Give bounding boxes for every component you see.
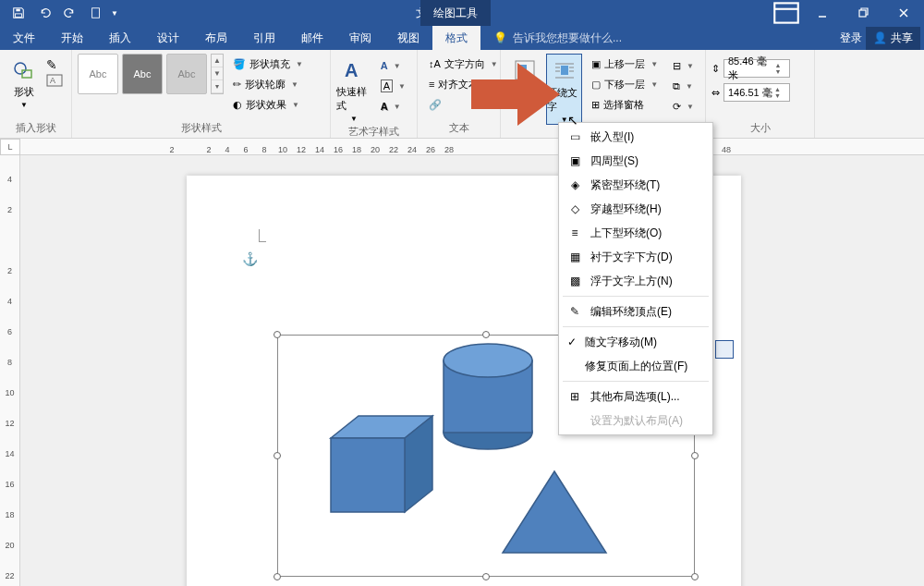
- group-button[interactable]: ⧉▼: [667, 76, 699, 96]
- height-input[interactable]: ⇕ 85.46 毫米▲▼: [711, 59, 790, 78]
- tab-view[interactable]: 视图: [384, 26, 432, 50]
- wrap-behind[interactable]: ▦衬于文字下方(D): [559, 245, 712, 269]
- text-outline-button[interactable]: A▼: [375, 76, 411, 96]
- tab-references[interactable]: 引用: [240, 26, 288, 50]
- group-label-shape-styles: 形状样式: [78, 119, 324, 138]
- share-button[interactable]: 👤 共享: [866, 27, 920, 50]
- tab-design[interactable]: 设计: [144, 26, 192, 50]
- tab-home[interactable]: 开始: [48, 26, 96, 50]
- svg-text:A: A: [345, 60, 358, 80]
- ruler-tab-selector[interactable]: L: [0, 139, 20, 155]
- svg-rect-2: [92, 8, 100, 18]
- wrap-topbottom-icon: ≡: [566, 225, 583, 241]
- tab-mailings[interactable]: 邮件: [288, 26, 336, 50]
- tab-format[interactable]: 格式: [432, 26, 480, 50]
- rotate-button[interactable]: ⟳▼: [667, 96, 699, 116]
- shapes-label: 形状: [14, 85, 34, 99]
- tab-insert[interactable]: 插入: [96, 26, 144, 50]
- wrap-fix-position[interactable]: 修复页面上的位置(F): [559, 354, 712, 378]
- restore-button[interactable]: [843, 0, 883, 26]
- shape-fill-button[interactable]: 🪣形状填充▼: [227, 54, 309, 74]
- wrap-through[interactable]: ◇穿越型环绕(H): [559, 197, 712, 221]
- contextual-tab-label: 绘图工具: [420, 0, 491, 26]
- text-fill-button[interactable]: A▼: [375, 55, 411, 76]
- svg-rect-28: [331, 438, 405, 512]
- edit-shape-icon[interactable]: ✎: [46, 57, 63, 72]
- signin-link[interactable]: 登录: [840, 31, 862, 46]
- wrap-topbottom[interactable]: ≡上下型环绕(O): [559, 221, 712, 245]
- width-input[interactable]: ⇔ 146.51 毫▲▼: [711, 83, 790, 102]
- tell-me-search[interactable]: 💡 告诉我您想要做什么...: [480, 26, 840, 50]
- minimize-button[interactable]: [802, 0, 843, 26]
- check-icon: ✓: [566, 336, 578, 348]
- shape-style-gallery[interactable]: Abc Abc Abc ▲▼▾: [78, 54, 224, 94]
- wrap-inline[interactable]: ▭嵌入型(I): [559, 125, 712, 149]
- group-label-size: 大小: [711, 119, 808, 138]
- height-value: 85.46 毫米: [728, 55, 774, 82]
- ribbon: 形状 ▼ ✎ A 插入形状 Abc Abc Abc ▲▼▾ 🪣形状填充▼ ✏形状…: [0, 50, 924, 139]
- close-button[interactable]: [883, 0, 924, 26]
- svg-rect-15: [519, 65, 527, 72]
- group-insert-shapes: 形状 ▼ ✎ A 插入形状: [0, 50, 72, 138]
- wrap-edit-points[interactable]: ✎编辑环绕顶点(E): [559, 299, 712, 324]
- text-effects-button[interactable]: A▼: [375, 96, 411, 116]
- tab-file[interactable]: 文件: [0, 26, 48, 50]
- send-backward-icon: ▢: [591, 79, 601, 91]
- triangle-shape[interactable]: [503, 471, 606, 553]
- create-link-button[interactable]: 🔗: [423, 94, 504, 115]
- new-doc-button[interactable]: [85, 2, 107, 24]
- redo-button[interactable]: [59, 2, 81, 24]
- cylinder-shape[interactable]: [444, 344, 532, 449]
- wrap-tight[interactable]: ◈紧密型环绕(T): [559, 173, 712, 197]
- bring-forward-button[interactable]: ▣上移一层▼: [586, 54, 663, 74]
- lightbulb-icon: 💡: [493, 31, 507, 44]
- save-button[interactable]: [7, 2, 30, 24]
- position-button[interactable]: ▼: [506, 54, 542, 93]
- group-shape-styles: Abc Abc Abc ▲▼▾ 🪣形状填充▼ ✏形状轮廓▼ ◐形状效果▼ 形状样…: [72, 50, 331, 138]
- wrap-text-icon: [552, 58, 578, 84]
- wrap-tight-icon: ◈: [566, 177, 583, 193]
- quick-styles-label: 快速样式: [336, 85, 371, 113]
- svg-rect-16: [561, 66, 568, 75]
- wrap-set-default: 设置为默认布局(A): [559, 409, 712, 433]
- title-bar: ▼ 文档2 - Word 绘图工具: [0, 0, 924, 26]
- align-text-button[interactable]: ≡对齐文本▼: [423, 74, 504, 94]
- width-value: 146.51 毫: [728, 86, 772, 100]
- person-icon: 👤: [873, 31, 887, 44]
- document-workspace[interactable]: ⚓: [20, 155, 924, 586]
- style-swatch-3[interactable]: Abc: [166, 54, 207, 94]
- wrap-behind-icon: ▦: [566, 249, 583, 265]
- horizontal-ruler[interactable]: 2246810121416182022242628384042444648: [20, 139, 924, 155]
- style-swatch-1[interactable]: Abc: [78, 54, 118, 94]
- vertical-ruler[interactable]: 42246810121416182022: [0, 155, 20, 586]
- group-label-insert-shapes: 插入形状: [6, 119, 66, 138]
- send-backward-button[interactable]: ▢下移一层▼: [586, 74, 663, 94]
- effects-icon: ◐: [233, 99, 242, 111]
- tab-review[interactable]: 审阅: [336, 26, 384, 50]
- cursor-icon: ↖: [567, 113, 578, 128]
- ribbon-display-options[interactable]: [771, 0, 802, 26]
- group-size: ⇕ 85.46 毫米▲▼ ⇔ 146.51 毫▲▼ 大小: [706, 50, 815, 138]
- text-box-icon[interactable]: A: [46, 74, 63, 91]
- shape-effects-button[interactable]: ◐形状效果▼: [227, 94, 309, 115]
- cube-shape[interactable]: [331, 416, 432, 512]
- wrap-move-with-text[interactable]: ✓随文字移动(M): [559, 330, 712, 354]
- wrap-square-icon: ▣: [566, 153, 583, 169]
- svg-rect-3: [774, 3, 798, 22]
- selection-pane-button[interactable]: ⊞选择窗格: [586, 94, 663, 115]
- layout-options-button[interactable]: [715, 340, 734, 359]
- wrap-infront[interactable]: ▩浮于文字上方(N): [559, 269, 712, 293]
- style-swatch-2[interactable]: Abc: [122, 54, 163, 94]
- undo-button[interactable]: [33, 2, 55, 24]
- bucket-icon: 🪣: [233, 58, 246, 70]
- align-button[interactable]: ⊟▼: [667, 55, 699, 76]
- rotate-icon: ⟳: [673, 101, 681, 113]
- text-direction-button[interactable]: ↕A文字方向▼: [423, 54, 504, 74]
- wrap-square[interactable]: ▣四周型(S): [559, 149, 712, 173]
- shape-outline-button[interactable]: ✏形状轮廓▼: [227, 74, 309, 94]
- wrap-more-layout[interactable]: ⊞其他布局选项(L)...: [559, 385, 712, 409]
- shapes-button[interactable]: 形状 ▼: [6, 54, 43, 109]
- tab-layout[interactable]: 布局: [192, 26, 240, 50]
- gallery-scroll[interactable]: ▲▼▾: [211, 54, 224, 94]
- quick-styles-button[interactable]: A 快速样式 ▼: [336, 54, 371, 123]
